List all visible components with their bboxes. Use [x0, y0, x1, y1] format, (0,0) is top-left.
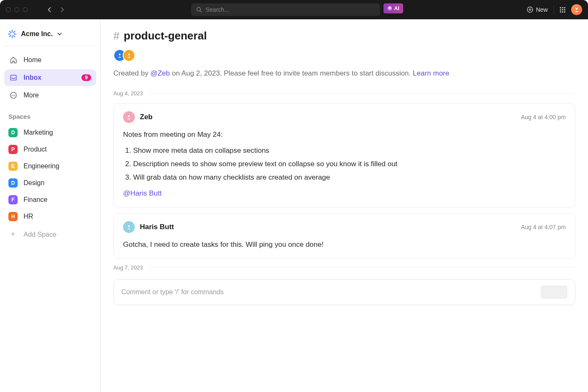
- space-label: Engineering: [24, 162, 59, 170]
- back-button[interactable]: [44, 4, 55, 16]
- message-body: Notes from meeting on May 24: Show more …: [123, 129, 566, 199]
- space-item-product[interactable]: PProduct: [4, 141, 96, 158]
- svg-line-13: [13, 31, 15, 33]
- message-body: Gotcha, I need to create tasks for this.…: [123, 239, 566, 251]
- space-label: Marketing: [24, 129, 53, 136]
- channel-name: product-general: [123, 29, 207, 42]
- date-label: Aug 4, 2023: [113, 90, 143, 97]
- space-label: Product: [24, 146, 47, 153]
- space-item-design[interactable]: DDesign: [4, 175, 96, 191]
- nav-home-label: Home: [24, 56, 42, 64]
- svg-line-10: [10, 31, 11, 33]
- add-space-button[interactable]: + Add Space: [4, 226, 96, 243]
- space-icon: D: [8, 178, 18, 188]
- search-icon: [196, 7, 202, 13]
- svg-point-15: [12, 95, 13, 96]
- author-name: Zeb: [140, 113, 152, 121]
- nav-more[interactable]: More: [4, 87, 96, 104]
- svg-point-16: [13, 95, 14, 96]
- space-item-hr[interactable]: HHR: [4, 208, 96, 225]
- space-icon: F: [8, 195, 18, 204]
- channel-header: # product-general: [113, 29, 575, 42]
- workspace-logo-icon: [8, 29, 17, 39]
- main-content: # product-general Created by @Zeb on Aug…: [101, 19, 588, 392]
- space-item-marketing[interactable]: DMarketing: [4, 124, 96, 141]
- forward-button[interactable]: [56, 4, 68, 16]
- inbox-icon: [9, 73, 18, 82]
- spaces-heading: Spaces: [4, 105, 96, 123]
- list-item: Will grab data on how many checklists ar…: [133, 171, 566, 184]
- learn-more-link[interactable]: Learn more: [413, 69, 449, 77]
- member-avatars[interactable]: [113, 49, 575, 62]
- workspace-switcher[interactable]: Acme Inc.: [4, 25, 96, 47]
- space-label: HR: [24, 213, 33, 220]
- ai-icon: [388, 6, 392, 10]
- user-avatar[interactable]: [571, 4, 582, 15]
- message-card: Haris Butt Aug 4 at 4:07 pm Gotcha, I ne…: [113, 213, 575, 259]
- nav-home[interactable]: Home: [4, 52, 96, 68]
- comment-composer[interactable]: [113, 279, 575, 305]
- add-space-label: Add Space: [24, 231, 56, 238]
- home-icon: [9, 56, 18, 64]
- comment-input[interactable]: [121, 288, 541, 296]
- minimize-window-icon[interactable]: [14, 7, 19, 12]
- svg-line-12: [10, 35, 11, 37]
- channel-description: Created by @Zeb on Aug 2, 2023. Please f…: [113, 69, 575, 78]
- divider: [554, 5, 554, 14]
- list-item: Description needs to show some preview t…: [133, 157, 566, 171]
- chevron-left-icon: [47, 7, 52, 13]
- creator-mention[interactable]: @Zeb: [150, 69, 170, 77]
- nav-inbox[interactable]: Inbox 9: [4, 69, 96, 86]
- apps-menu-button[interactable]: [560, 7, 565, 13]
- message-time: Aug 4 at 4:07 pm: [521, 224, 566, 230]
- plus-icon: +: [8, 230, 18, 239]
- date-divider: Aug 7, 2023: [113, 264, 575, 271]
- date-divider: Aug 4, 2023: [113, 90, 575, 97]
- nav-more-label: More: [24, 91, 39, 99]
- message-time: Aug 4 at 4:00 pm: [521, 114, 566, 120]
- titlebar: Search... AI New: [0, 0, 588, 19]
- date-label: Aug 7, 2023: [113, 264, 143, 271]
- author-avatar[interactable]: [123, 111, 135, 123]
- member-avatar[interactable]: [123, 49, 135, 62]
- ai-label: AI: [394, 5, 399, 11]
- svg-point-5: [576, 8, 578, 10]
- space-icon: E: [8, 162, 18, 171]
- window-controls: [6, 7, 28, 12]
- space-item-engineering[interactable]: EEngineering: [4, 158, 96, 175]
- more-icon: [9, 91, 18, 99]
- svg-point-20: [128, 115, 130, 117]
- close-window-icon[interactable]: [6, 7, 11, 12]
- svg-point-21: [128, 225, 130, 227]
- nav-inbox-label: Inbox: [24, 74, 42, 81]
- space-icon: P: [8, 145, 18, 154]
- author-name: Haris Butt: [140, 223, 174, 231]
- plus-circle-icon: [527, 6, 533, 13]
- space-icon: D: [8, 128, 18, 137]
- space-label: Design: [24, 179, 45, 187]
- hash-icon: #: [113, 29, 119, 42]
- send-button[interactable]: [541, 285, 567, 299]
- message-card: Zeb Aug 4 at 4:00 pm Notes from meeting …: [113, 103, 575, 207]
- chevron-right-icon: [60, 7, 64, 13]
- ai-button[interactable]: AI: [383, 3, 403, 13]
- new-label: New: [536, 6, 548, 13]
- inbox-badge: 9: [81, 74, 91, 81]
- maximize-window-icon[interactable]: [23, 7, 28, 12]
- user-mention[interactable]: @Haris Butt: [123, 188, 566, 199]
- svg-line-11: [13, 35, 15, 37]
- search-input[interactable]: Search...: [191, 3, 380, 16]
- new-button[interactable]: New: [527, 6, 548, 13]
- svg-line-1: [200, 11, 202, 13]
- sidebar: Acme Inc. Home Inbox 9: [0, 19, 101, 392]
- space-label: Finance: [24, 196, 47, 204]
- space-item-finance[interactable]: FFinance: [4, 191, 96, 208]
- workspace-name: Acme Inc.: [21, 30, 53, 38]
- space-icon: H: [8, 212, 18, 221]
- person-icon: [574, 7, 580, 13]
- chevron-down-icon: [57, 32, 62, 36]
- author-avatar[interactable]: [123, 221, 135, 233]
- list-item: Show more meta data on collapse sections: [133, 144, 566, 157]
- svg-point-18: [119, 54, 121, 55]
- svg-point-17: [14, 95, 15, 96]
